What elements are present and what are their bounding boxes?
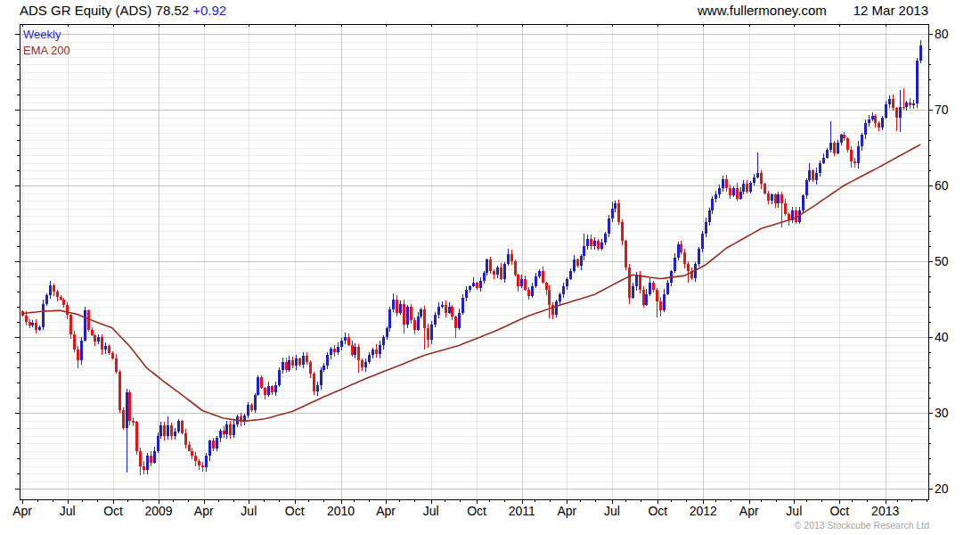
candle-week-112 xyxy=(410,304,412,324)
candle-week-66 xyxy=(250,403,253,412)
candle-week-211 xyxy=(753,174,755,186)
candle-week-10 xyxy=(56,290,59,301)
candle-week-46 xyxy=(181,420,184,433)
candle-week-158 xyxy=(569,268,572,279)
legend-ema: EMA 200 xyxy=(23,43,70,59)
candle-week-83 xyxy=(309,360,312,378)
candle-week-19 xyxy=(87,309,90,332)
candle-week-18 xyxy=(84,307,86,342)
candle-week-4 xyxy=(35,319,37,333)
candle-week-215 xyxy=(767,191,770,204)
candle-week-21 xyxy=(94,334,96,346)
candle-week-113 xyxy=(413,317,416,334)
candle-week-94 xyxy=(347,333,350,346)
candle-week-238 xyxy=(846,137,849,152)
candle-week-198 xyxy=(708,208,711,226)
candle-week-47 xyxy=(184,429,187,449)
candle-week-187 xyxy=(670,270,673,286)
candle-week-162 xyxy=(583,234,585,260)
candle-week-87 xyxy=(323,363,325,373)
x-tick-label-0-Apr: Apr xyxy=(12,504,32,518)
candle-week-132 xyxy=(479,277,482,292)
candle-week-88 xyxy=(326,352,329,369)
candle-week-80 xyxy=(298,358,301,366)
candle-week-174 xyxy=(625,240,627,271)
candle-week-97 xyxy=(357,344,360,373)
candle-week-217 xyxy=(774,193,777,208)
candle-week-43 xyxy=(170,423,173,440)
candle-week-74 xyxy=(278,367,281,387)
candle-week-226 xyxy=(805,178,808,199)
candle-week-111 xyxy=(406,305,409,327)
candle-week-175 xyxy=(628,264,631,304)
candle-week-34 xyxy=(139,448,142,474)
source-url: www.fullermoney.com xyxy=(698,3,827,18)
candle-week-45 xyxy=(177,419,180,433)
candle-week-168 xyxy=(604,232,607,245)
candle-week-257 xyxy=(912,100,915,110)
candle-week-259 xyxy=(919,40,922,63)
candle-week-155 xyxy=(559,292,561,304)
candle-week-252 xyxy=(895,107,898,130)
candle-week-214 xyxy=(764,183,766,194)
x-tick-label-5-Jul: Jul xyxy=(241,504,257,518)
candle-week-81 xyxy=(302,352,305,369)
candle-week-136 xyxy=(493,269,495,278)
candle-week-23 xyxy=(101,334,103,355)
candle-week-163 xyxy=(586,235,589,250)
candle-week-159 xyxy=(573,255,576,273)
candle-week-189 xyxy=(677,242,680,260)
candle-week-115 xyxy=(420,308,422,318)
candle-week-35 xyxy=(143,461,145,473)
candle-week-249 xyxy=(885,101,887,119)
candle-week-255 xyxy=(905,101,908,111)
candle-week-232 xyxy=(826,148,829,159)
candle-week-57 xyxy=(219,429,222,442)
candle-week-12 xyxy=(62,298,65,308)
x-tick-label-11-2011: 2011 xyxy=(509,504,535,518)
header-right: www.fullermoney.com12 Mar 2013 xyxy=(698,3,928,18)
candle-week-2 xyxy=(29,319,31,328)
candle-week-245 xyxy=(871,112,874,122)
candle-week-78 xyxy=(291,357,294,367)
candle-week-169 xyxy=(608,215,610,237)
candle-week-32 xyxy=(132,417,135,426)
candle-week-135 xyxy=(489,257,492,274)
candle-week-90 xyxy=(333,345,336,357)
candle-week-102 xyxy=(375,344,378,358)
x-tick-label-13-Jul: Jul xyxy=(604,504,620,518)
price-chart: 80706050403020AprJulOct2009AprJulOct2010… xyxy=(0,0,980,535)
y-tick-label-40: 40 xyxy=(935,330,949,344)
candle-week-161 xyxy=(580,254,583,270)
candle-week-203 xyxy=(725,175,728,192)
candle-week-71 xyxy=(267,382,270,397)
candle-week-16 xyxy=(77,346,79,368)
candle-week-150 xyxy=(542,267,544,284)
x-tick-label-4-Apr: Apr xyxy=(194,504,214,518)
candle-week-56 xyxy=(216,436,218,450)
candle-week-145 xyxy=(524,276,527,291)
candle-week-20 xyxy=(91,327,94,337)
candle-week-166 xyxy=(597,239,600,251)
candle-week-125 xyxy=(454,316,457,338)
candle-week-140 xyxy=(507,249,510,265)
candle-week-142 xyxy=(514,259,517,276)
candle-week-29 xyxy=(122,407,125,430)
candle-week-44 xyxy=(174,428,176,440)
candle-week-151 xyxy=(545,282,548,295)
candle-week-230 xyxy=(819,160,821,177)
candle-week-243 xyxy=(864,119,867,139)
candle-week-91 xyxy=(337,342,339,355)
candle-week-48 xyxy=(188,441,191,452)
candle-week-41 xyxy=(163,422,166,440)
candle-week-37 xyxy=(150,451,152,465)
candle-week-212 xyxy=(756,152,759,178)
candle-week-82 xyxy=(306,352,308,365)
candle-week-179 xyxy=(642,286,645,307)
candle-week-190 xyxy=(680,241,682,254)
candle-week-93 xyxy=(344,333,347,344)
candle-week-133 xyxy=(483,271,486,284)
candle-week-108 xyxy=(396,295,398,316)
y-tick-label-70: 70 xyxy=(935,103,949,117)
x-tick-label-7-2010: 2010 xyxy=(327,504,355,518)
